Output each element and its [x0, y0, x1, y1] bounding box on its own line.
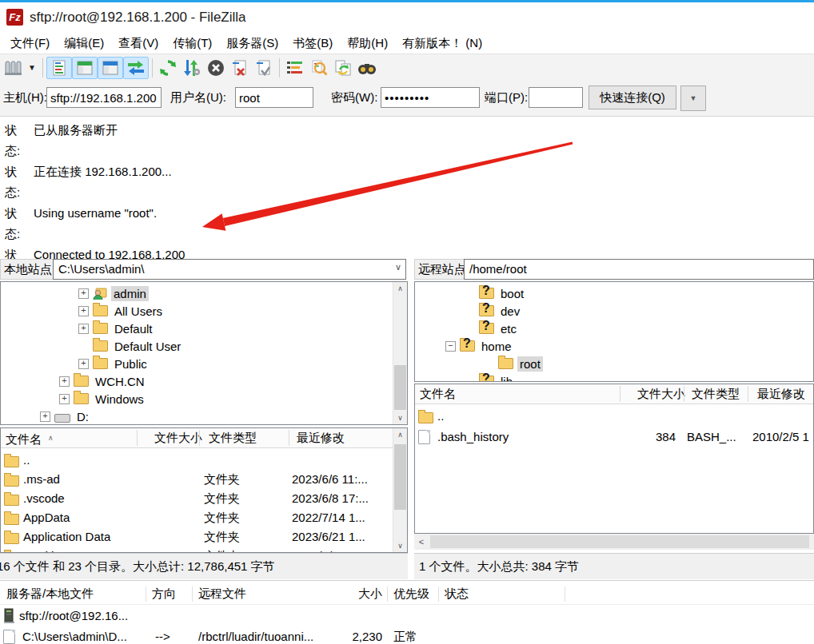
remote-site-input[interactable]: /home/root [464, 259, 814, 280]
column-header-size[interactable]: 大小 [331, 583, 382, 604]
site-manager-button[interactable] [1, 57, 25, 79]
synchronized-browsing-button[interactable] [331, 57, 355, 79]
menu-file[interactable]: 文件(F) [3, 32, 57, 54]
menu-server[interactable]: 服务器(S) [219, 32, 285, 54]
menu-view[interactable]: 查看(V) [111, 32, 166, 54]
tree-item-all-users[interactable]: + All Users [1, 302, 407, 320]
column-header-modified[interactable]: 最近修改 [292, 428, 391, 447]
file-row[interactable]: .ms-ad 文件夹 2023/6/6 11:... [1, 470, 393, 489]
local-tree-scrollbar[interactable]: ∧ ∨ [393, 282, 407, 424]
tree-item-public[interactable]: + Public [1, 355, 407, 372]
folder-icon [74, 393, 89, 404]
tree-item-root[interactable]: root [415, 355, 813, 372]
folder-icon [93, 323, 108, 334]
column-header-direction[interactable]: 方向 [152, 583, 187, 604]
filter-button[interactable] [283, 57, 307, 79]
tree-item-lib[interactable]: ? lib [415, 372, 813, 382]
toggle-transfer-queue-button[interactable] [123, 57, 149, 79]
tree-item-default[interactable]: + Default [1, 320, 407, 337]
process-queue-icon [183, 58, 201, 78]
column-header-filetype[interactable]: 文件类型 [204, 428, 292, 447]
column-header-priority[interactable]: 优先级 [393, 583, 433, 604]
expander-icon[interactable]: + [78, 288, 89, 299]
tree-item-dev[interactable]: ? dev [415, 302, 813, 320]
dropdown-caret-icon: ▼ [28, 63, 36, 72]
menu-edit[interactable]: 编辑(E) [57, 32, 111, 54]
column-header-status[interactable]: 状态 [445, 583, 557, 604]
file-row[interactable]: AppData 文件夹 2022/7/14 1... [1, 508, 393, 527]
port-input[interactable] [529, 87, 583, 108]
username-input[interactable] [235, 87, 313, 108]
expander-icon[interactable]: + [78, 306, 89, 316]
tree-item-home[interactable]: − ? home [415, 337, 813, 355]
find-files-button[interactable] [355, 57, 379, 79]
quickconnect-button[interactable]: 快速连接(Q) [589, 85, 676, 109]
site-manager-dropdown[interactable]: ▼ [25, 57, 39, 79]
refresh-button[interactable] [156, 57, 180, 79]
menu-bookmarks[interactable]: 书签(B) [285, 32, 340, 54]
column-header-filesize[interactable]: 文件大小 [624, 384, 690, 403]
toggle-message-log-button[interactable] [46, 57, 72, 79]
host-input[interactable] [46, 87, 162, 108]
tree-item-default-user[interactable]: Default User [1, 337, 407, 355]
column-header-modified[interactable]: 最近修改 [752, 384, 814, 403]
scroll-up-icon[interactable]: ∧ [393, 428, 407, 441]
local-list-scrollbar[interactable]: ∧ ∨ [393, 428, 407, 552]
file-row[interactable]: Application Data 文件夹 2023/6/21 1... [1, 527, 393, 547]
menu-transfer[interactable]: 传输(T) [166, 32, 219, 54]
expander-icon[interactable]: + [59, 376, 70, 387]
tree-item-etc[interactable]: ? etc [415, 320, 813, 337]
file-row[interactable]: .bash_history 384 BASH_... 2010/2/5 1 [415, 427, 813, 447]
chevron-down-icon[interactable]: ∨ [395, 262, 401, 272]
column-header-filetype[interactable]: 文件类型 [687, 384, 748, 403]
scrollbar-thumb[interactable] [394, 444, 406, 510]
compare-button[interactable] [307, 57, 331, 79]
column-header-remote-file[interactable]: 远程文件 [198, 583, 326, 604]
tree-item-boot[interactable]: ? boot [415, 284, 813, 302]
unknown-folder-icon: ? [479, 288, 494, 299]
remove-successful-transfers-button[interactable] [252, 57, 276, 79]
password-input[interactable] [381, 87, 480, 108]
folder-icon [93, 358, 108, 369]
scroll-down-icon[interactable]: ∨ [393, 411, 407, 424]
remote-horizontal-scrollbar[interactable]: < [414, 534, 814, 550]
toggle-local-tree-button[interactable] [72, 57, 98, 79]
file-row[interactable]: .. [415, 407, 813, 426]
column-header-server-local-file[interactable]: 服务器/本地文件 [6, 583, 141, 604]
file-row[interactable]: Cookies 文件夹 2022/5/16 9: [1, 547, 393, 553]
expander-icon[interactable]: + [78, 359, 89, 369]
window-title: sftp://root@192.168.1.200 - FileZilla [30, 10, 246, 26]
queue-transfer-row[interactable]: C:\Users\admin\D... --> /rbctrl/luadir/t… [0, 626, 814, 644]
remove-failed-transfers-button[interactable] [228, 57, 252, 79]
local-site-bar: 本地站点: C:\Users\admin\ ∨ [0, 257, 408, 281]
tree-item-d-drive[interactable]: + D: [1, 407, 407, 425]
expander-icon[interactable]: + [40, 411, 50, 422]
local-site-input[interactable]: C:\Users\admin\ [53, 259, 406, 280]
tree-item-wch-cn[interactable]: + WCH.CN [1, 372, 407, 390]
toggle-remote-tree-button[interactable] [98, 57, 123, 79]
quickconnect-dropdown[interactable]: ▼ [680, 85, 706, 111]
expander-icon[interactable]: + [78, 324, 89, 334]
menu-new-version[interactable]: 有新版本！ (N) [395, 32, 489, 54]
menu-help[interactable]: 帮助(H) [340, 32, 395, 54]
column-header-filename[interactable]: 文件名∧ [1, 428, 140, 447]
user-folder-icon [93, 288, 107, 300]
cancel-button[interactable] [204, 57, 228, 79]
expander-icon[interactable]: − [445, 341, 456, 352]
refresh-icon [158, 58, 178, 78]
file-row[interactable]: .vscode 文件夹 2023/6/8 17:... [1, 489, 393, 508]
tree-item-windows[interactable]: + Windows [1, 390, 407, 407]
tree-item-admin[interactable]: + admin [1, 284, 407, 302]
scroll-down-icon[interactable]: ∨ [393, 539, 407, 552]
scrollbar-thumb[interactable] [430, 535, 809, 548]
file-row[interactable]: .. [1, 451, 393, 470]
column-header-filesize[interactable]: 文件大小 [142, 428, 207, 447]
scrollbar-thumb[interactable] [394, 365, 406, 410]
queue-server-row[interactable]: sftp://root@192.16... [0, 606, 814, 626]
scroll-up-icon[interactable]: ∧ [393, 282, 407, 295]
expander-icon[interactable]: + [59, 394, 70, 404]
column-header-filename[interactable]: 文件名 [415, 384, 621, 403]
scroll-left-icon[interactable]: < [414, 534, 429, 550]
log-line: 状态:已从服务器断开 [0, 120, 814, 161]
process-queue-button[interactable] [180, 57, 204, 79]
